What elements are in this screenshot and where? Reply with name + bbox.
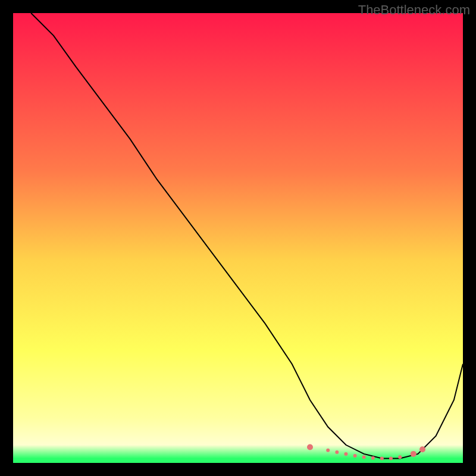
curve-line <box>31 13 463 458</box>
watermark-text: TheBottleneck.com <box>358 2 470 18</box>
markers-group <box>307 444 425 461</box>
data-marker <box>389 456 393 460</box>
data-marker <box>353 454 357 458</box>
data-marker <box>326 449 330 452</box>
chart-svg <box>13 13 463 463</box>
data-marker <box>380 456 384 460</box>
data-marker <box>371 456 375 460</box>
plot-area <box>13 13 463 463</box>
data-marker <box>398 455 402 459</box>
data-marker <box>335 450 339 454</box>
data-marker <box>307 444 313 450</box>
data-marker <box>419 446 425 452</box>
data-marker <box>344 452 347 456</box>
data-marker <box>362 455 366 459</box>
data-marker <box>411 451 416 457</box>
